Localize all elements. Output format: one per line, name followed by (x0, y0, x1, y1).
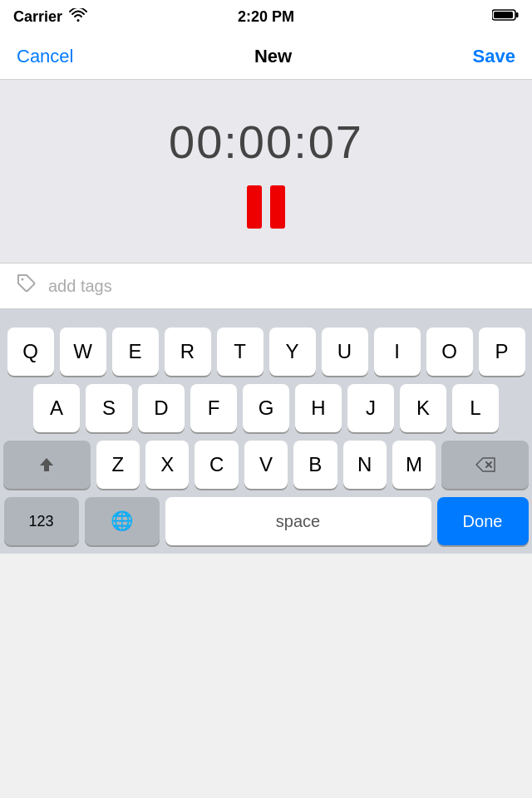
pause-bar-left (247, 185, 262, 229)
status-left: Carrier (13, 8, 87, 26)
keyboard-bottom-row: 123 🌐 space Done (3, 497, 529, 550)
keyboard-separator (0, 309, 532, 319)
tags-input[interactable] (48, 277, 515, 296)
nav-bar: Cancel New Save (0, 33, 532, 80)
key-g[interactable]: G (243, 384, 289, 432)
pause-bar-right (270, 185, 285, 229)
tags-area (0, 263, 532, 309)
globe-key[interactable]: 🌐 (85, 497, 160, 545)
save-button[interactable]: Save (473, 46, 515, 67)
key-o[interactable]: O (426, 328, 473, 376)
timer-area: 00:00:07 (0, 80, 532, 263)
key-d[interactable]: D (138, 384, 185, 432)
key-w[interactable]: W (60, 328, 106, 376)
key-c[interactable]: C (195, 441, 238, 489)
key-y[interactable]: Y (269, 328, 316, 376)
svg-point-3 (22, 278, 24, 281)
keyboard-row-3: Z X C V B N M (3, 441, 529, 489)
svg-rect-2 (494, 12, 513, 18)
key-n[interactable]: N (343, 441, 387, 489)
status-right (492, 8, 519, 26)
key-v[interactable]: V (244, 441, 288, 489)
svg-rect-1 (516, 12, 519, 17)
tag-icon (17, 273, 37, 298)
status-bar: Carrier 2:20 PM (0, 0, 532, 33)
key-a[interactable]: A (33, 384, 80, 432)
keyboard: Q W E R T Y U I O P A S D F G H J K L Z … (0, 319, 532, 554)
key-k[interactable]: K (400, 384, 446, 432)
key-l[interactable]: L (452, 384, 499, 432)
key-h[interactable]: H (295, 384, 342, 432)
pause-button[interactable] (247, 185, 285, 229)
key-r[interactable]: R (165, 328, 211, 376)
battery-icon (492, 8, 519, 26)
carrier-label: Carrier (13, 8, 62, 26)
key-j[interactable]: J (347, 384, 394, 432)
space-key[interactable]: space (165, 497, 431, 545)
key-p[interactable]: P (479, 328, 525, 376)
key-z[interactable]: Z (96, 441, 140, 489)
wifi-icon (69, 8, 87, 26)
key-t[interactable]: T (217, 328, 264, 376)
key-s[interactable]: S (86, 384, 132, 432)
shift-key[interactable] (3, 441, 91, 489)
timer-display: 00:00:07 (169, 115, 363, 169)
backspace-key[interactable] (441, 441, 529, 489)
done-key[interactable]: Done (437, 497, 529, 545)
cancel-button[interactable]: Cancel (17, 46, 73, 67)
status-time: 2:20 PM (238, 8, 294, 26)
key-e[interactable]: E (112, 328, 159, 376)
key-m[interactable]: M (392, 441, 436, 489)
keyboard-row-1: Q W E R T Y U I O P (3, 328, 529, 376)
key-f[interactable]: F (190, 384, 237, 432)
keyboard-row-2: A S D F G H J K L (3, 384, 529, 432)
key-q[interactable]: Q (7, 328, 54, 376)
key-x[interactable]: X (145, 441, 189, 489)
key-i[interactable]: I (374, 328, 421, 376)
page-title: New (254, 46, 292, 67)
key-b[interactable]: B (293, 441, 337, 489)
num-key[interactable]: 123 (4, 497, 79, 545)
key-u[interactable]: U (322, 328, 368, 376)
